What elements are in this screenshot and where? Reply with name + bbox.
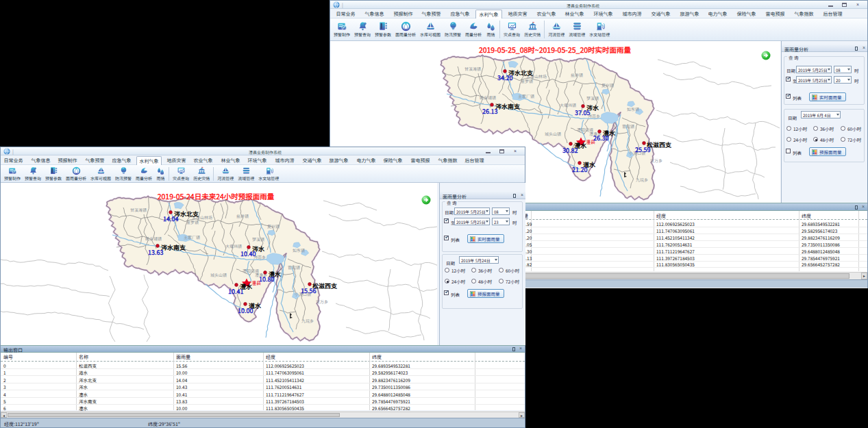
svg-text:37.05: 37.05: [575, 108, 590, 117]
svg-text:25.59: 25.59: [635, 145, 650, 154]
svg-text:21.20: 21.20: [572, 165, 587, 174]
svg-text:14.04: 14.04: [163, 214, 178, 223]
svg-text:13.63: 13.63: [148, 248, 163, 257]
svg-text:30.82: 30.82: [562, 146, 578, 155]
svg-text:2019-05-25_08时~2019-05-25_20时实: 2019-05-25_08时~2019-05-25_20时实时面雨量: [479, 45, 632, 55]
svg-text:2019-05-24日未来24小时预报面雨量: 2019-05-24日未来24小时预报面雨量: [158, 191, 275, 201]
svg-text:26.30: 26.30: [593, 134, 608, 142]
svg-text:10.41: 10.41: [228, 287, 243, 296]
svg-text:10.80: 10.80: [259, 275, 274, 284]
svg-text:10.40: 10.40: [240, 249, 256, 258]
svg-text:26.13: 26.13: [482, 107, 497, 116]
svg-text:15.56: 15.56: [301, 286, 316, 295]
svg-text:10.00: 10.00: [238, 306, 253, 315]
svg-text:34.20: 34.20: [497, 73, 512, 82]
